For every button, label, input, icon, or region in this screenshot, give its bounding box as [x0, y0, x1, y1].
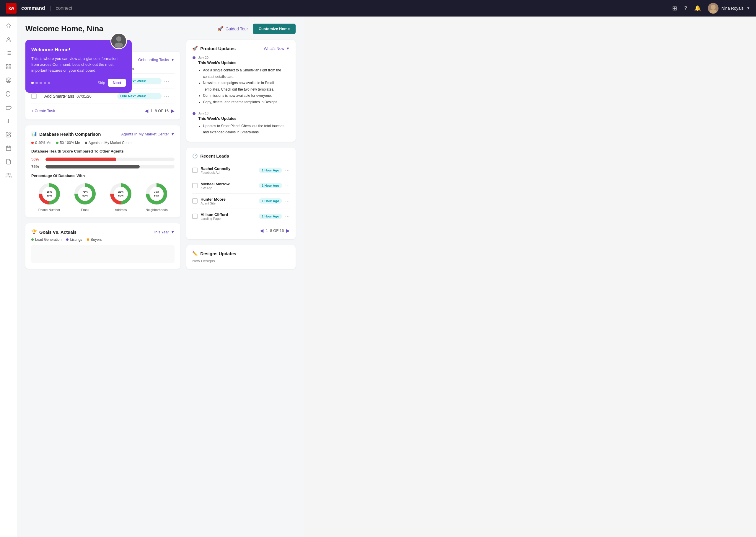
tasks-filter-button[interactable]: Onboarding Tasks ▼ — [138, 58, 175, 62]
lead-name-3: Hunter Moore — [200, 197, 256, 201]
sidebar-item-tasks[interactable] — [3, 47, 15, 59]
product-updates-timeline: July 20 This Week's Updates Add a single… — [192, 56, 290, 136]
goals-icon: 🏆 — [31, 229, 37, 234]
lead-time-1: 1 Hour Ago — [259, 168, 282, 173]
score-title: Database Health Score Compared To Other … — [31, 149, 175, 153]
update-week-title-2: This Week's Updates — [198, 116, 290, 121]
svg-point-28 — [114, 42, 123, 48]
sidebar-item-reports[interactable] — [3, 115, 15, 127]
leads-next-button[interactable]: ▶ — [286, 228, 290, 233]
sidebar-item-calendar[interactable] — [3, 142, 15, 154]
create-task-button[interactable]: + Create Task — [31, 108, 55, 113]
lead-row-4: Allison Clifford Landing Page 1 Hour Ago… — [192, 209, 290, 224]
product-updates-card: 🚀 Product Updates What's New ▼ — [186, 40, 295, 142]
lead-source-4: Landing Page — [200, 217, 256, 221]
db-filter-dropdown-icon: ▼ — [171, 132, 175, 136]
donuts-container: 25%50% Phone Number 75%50% — [31, 182, 175, 212]
topnav: kw command | connect ⊞ ? 🔔 Nina Royals ▼ — [0, 0, 756, 17]
bar-bg-1 — [45, 157, 175, 161]
sidebar-item-forms[interactable] — [3, 156, 15, 168]
whats-new-icon: ▼ — [286, 46, 290, 51]
designs-icon: ✏️ — [192, 251, 198, 256]
lead-more-4[interactable]: ⋯ — [285, 214, 290, 219]
sidebar-item-designs[interactable] — [3, 129, 15, 141]
customize-home-button[interactable]: Customize Home — [253, 23, 295, 34]
sidebar-item-marketing[interactable] — [3, 102, 15, 113]
whats-new-button[interactable]: What's New ▼ — [264, 46, 290, 51]
task-date-2: 07/31/20 — [76, 94, 115, 99]
task-status-2: Due Next Week — [117, 93, 161, 100]
bar-fill-1 — [45, 157, 116, 161]
update-date-2: July 13 — [198, 111, 290, 115]
update-date-1: July 20 — [198, 56, 290, 59]
lead-checkbox-3[interactable] — [192, 198, 198, 204]
sidebar-item-integrations[interactable] — [3, 88, 15, 100]
grid-icon[interactable]: ⊞ — [672, 5, 677, 12]
onboarding-next-button[interactable]: Next — [108, 79, 126, 87]
sidebar-item-contacts[interactable] — [3, 34, 15, 45]
left-col: Welcome Home! This is where you can view… — [25, 40, 180, 269]
lead-row-2: Michael Morrow KW App 1 Hour Ago ⋯ — [192, 178, 290, 193]
user-name: Nina Royals — [722, 6, 744, 11]
onboarding-skip-button[interactable]: Skip — [98, 81, 105, 85]
tasks-next-button[interactable]: ▶ — [171, 108, 175, 114]
onboarding-dots — [31, 82, 50, 84]
lead-checkbox-2[interactable] — [192, 183, 198, 188]
tasks-pagination: ◀ 1–8 OF 16 ▶ — [145, 108, 175, 114]
connect-link[interactable]: connect — [56, 6, 72, 11]
donut-section-title: Percentage Of Database With — [31, 174, 175, 178]
avatar — [708, 3, 719, 14]
db-health-filter-button[interactable]: Agents In My Market Center ▼ — [121, 132, 175, 136]
onboarding-popup: Welcome Home! This is where you can view… — [25, 40, 132, 93]
database-health-card: 📊 Database Health Comparison Agents In M… — [25, 125, 180, 218]
db-health-title: Database Health Comparison — [39, 132, 101, 137]
svg-point-27 — [116, 36, 121, 42]
onboarding-avatar — [111, 33, 127, 49]
task-more-1[interactable]: ⋯ — [164, 78, 175, 84]
tasks-prev-button[interactable]: ◀ — [145, 108, 148, 114]
donut-email: 75%50% Email — [73, 182, 97, 212]
leads-prev-button[interactable]: ◀ — [260, 228, 263, 233]
page-header: Welcome Home, Nina 🚀 Guided Tour Customi… — [25, 23, 295, 34]
svg-rect-21 — [6, 146, 11, 150]
task-checkbox-2[interactable] — [31, 94, 37, 99]
goals-filter-button[interactable]: This Year ▼ — [153, 230, 175, 234]
sidebar-item-home[interactable] — [3, 20, 15, 32]
lead-source-2: KW App — [200, 186, 256, 190]
lead-checkbox-1[interactable] — [192, 168, 198, 173]
guided-tour-button[interactable]: 🚀 Guided Tour — [217, 26, 248, 31]
legend-green-dot — [56, 142, 59, 144]
svg-point-2 — [7, 37, 10, 40]
lead-checkbox-4[interactable] — [192, 214, 198, 219]
bar-bg-2 — [45, 165, 175, 169]
sidebar-item-team[interactable] — [3, 169, 15, 181]
lead-more-2[interactable]: ⋯ — [285, 183, 290, 188]
designs-subtitle: New Designs — [192, 259, 290, 263]
svg-rect-11 — [6, 67, 8, 69]
notification-icon[interactable]: 🔔 — [694, 5, 701, 12]
recent-leads-icon: 🕐 — [192, 153, 198, 159]
db-legend: 0-49% Me 50-100% Me Agents In My Market … — [31, 141, 175, 145]
sidebar-item-profile[interactable] — [3, 74, 15, 86]
donut-phone: 25%50% Phone Number — [37, 182, 61, 212]
svg-rect-12 — [9, 67, 11, 69]
task-more-2[interactable]: ⋯ — [164, 93, 175, 100]
lead-source-3: Agent Site — [200, 201, 256, 205]
update-week-title-1: This Week's Updates — [198, 61, 290, 65]
lead-more-1[interactable]: ⋯ — [285, 168, 290, 173]
goals-title: Goals Vs. Actuals — [39, 229, 76, 234]
recent-leads-card: 🕐 Recent Leads Rachel Connelly Facebook … — [186, 147, 295, 239]
content-area: Welcome Home, Nina 🚀 Guided Tour Customi… — [17, 17, 304, 537]
svg-point-14 — [8, 79, 9, 81]
onboarding-body: This is where you can view at-a-glance i… — [31, 56, 126, 73]
user-menu[interactable]: Nina Royals ▼ — [708, 3, 750, 14]
sidebar-item-pipeline[interactable] — [3, 61, 15, 73]
help-icon[interactable]: ? — [684, 5, 687, 12]
lead-row-3: Hunter Moore Agent Site 1 Hour Ago ⋯ — [192, 193, 290, 209]
goals-filter-icon: ▼ — [171, 230, 175, 234]
guided-tour-icon: 🚀 — [217, 26, 223, 31]
main-grid: Welcome Home! This is where you can view… — [25, 40, 295, 269]
legend-red-dot — [31, 142, 34, 144]
recent-leads-title: Recent Leads — [200, 153, 229, 158]
lead-more-3[interactable]: ⋯ — [285, 198, 290, 204]
